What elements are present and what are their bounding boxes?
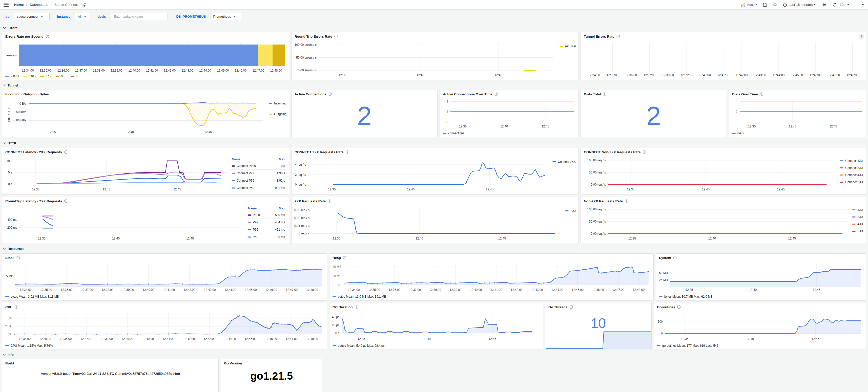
legend-item[interactable]: bytes Mean: 13.0 MB Max: 39.1 MB (333, 295, 386, 298)
panel-title[interactable]: Dials Over Time (732, 92, 758, 96)
section-resources[interactable]: Resources (3, 246, 24, 251)
legend-col-name[interactable]: Name (246, 206, 268, 211)
legend-col-max[interactable]: Max (268, 157, 286, 162)
info-icon[interactable] (355, 305, 358, 309)
legend-row[interactable]: Connect P994.90 s (230, 170, 286, 177)
legend-table: NameMaxP100500 msP99484 msP95421 msP5018… (246, 206, 286, 240)
legend-row[interactable]: Connect P953.92 s (230, 177, 286, 184)
legend-row[interactable]: P99484 ms (246, 219, 286, 226)
info-icon[interactable] (760, 92, 764, 96)
info-icon[interactable] (343, 256, 346, 259)
legend-item[interactable]: 3XX (852, 215, 863, 219)
legend-item[interactable]: Connect 1XX (840, 159, 863, 163)
info-icon[interactable] (334, 35, 338, 38)
panel-title[interactable]: Non-2XX Requests Rate (584, 199, 623, 203)
legend-item[interactable]: 1XX (852, 208, 863, 212)
legend-item[interactable]: 2XX (565, 209, 576, 213)
panel-title[interactable]: CONNECT 2XX Requests Rate (294, 150, 344, 154)
panel-title[interactable]: Heap (333, 256, 341, 260)
info-icon[interactable] (64, 150, 68, 154)
legend-item[interactable]: goroutines Mean: 177 Max: 619 Last: 545 (657, 344, 718, 348)
panel-menu-icon[interactable]: ⋮ (859, 34, 864, 39)
legend-item[interactable]: 1+ (71, 75, 80, 78)
legend-item[interactable]: 4XX (852, 222, 863, 226)
section-tunnel[interactable]: Tunnel (3, 83, 18, 88)
info-icon[interactable] (625, 199, 628, 203)
info-icon[interactable] (15, 305, 18, 309)
panel-title[interactable]: RoundTrip Latency - 2XX Requests (5, 199, 62, 203)
refresh-button[interactable] (833, 3, 837, 7)
info-icon[interactable] (17, 256, 20, 259)
panel-title[interactable]: Tunnel Errors Rate (584, 35, 614, 38)
legend-item[interactable]: Connect 3XX (840, 166, 863, 170)
var-labels-input[interactable] (113, 14, 165, 19)
info-icon[interactable] (677, 305, 681, 309)
legend-item[interactable]: CPU Mean: 1.15% Max: 5.76% (5, 344, 53, 348)
panel-title[interactable]: CONNECT Non-2XX Requests Rate (584, 150, 641, 154)
info-icon[interactable] (45, 35, 49, 38)
legend-item[interactable]: 0.1+ (40, 75, 52, 78)
breadcrumb-home[interactable]: Home (14, 3, 24, 7)
info-icon[interactable] (494, 92, 498, 96)
legend-item[interactable]: bytes Mean: 30.7 MB Max: 62.0 MB (659, 295, 713, 298)
legend-item[interactable]: dials (732, 132, 744, 135)
var-instance-select[interactable]: All (75, 13, 89, 20)
legend-item[interactable]: 0.5+ (56, 75, 67, 78)
section-info[interactable]: Info (3, 352, 14, 357)
info-icon[interactable] (673, 256, 677, 259)
legend-item[interactable]: bytes Mean: 3.02 MB Max: 8.13 MB (5, 295, 59, 298)
info-icon[interactable] (328, 199, 331, 203)
legend-item[interactable]: Connect 4XX (840, 173, 863, 177)
time-range-picker[interactable]: Last 15 minutes (783, 3, 816, 7)
panel-title[interactable]: Round Trip Errors Rate (294, 35, 332, 38)
info-icon[interactable] (346, 150, 349, 154)
legend-item[interactable]: < 0.01 (5, 75, 19, 78)
dashboard-settings-button[interactable]: ⚙ (773, 2, 777, 7)
legend-col-max[interactable]: Max (268, 206, 286, 211)
legend-item[interactable]: net_dial (560, 44, 576, 48)
var-job-select[interactable]: sauce-connect (14, 13, 50, 20)
section-errors[interactable]: Errors (3, 25, 18, 30)
panel-title[interactable]: 2XX Requests Rate (294, 199, 326, 203)
panel-non2xx-requests-rate: Non-2XX Requests Rate 12:3512:4012:450.0… (581, 197, 866, 244)
y-tick-label: 10 s (6, 159, 12, 163)
legend-row[interactable]: Connect P50901 ms (230, 184, 286, 192)
save-dashboard-button[interactable] (763, 3, 767, 7)
panel-title[interactable]: Active Connections Over Time (443, 92, 492, 96)
legend-row[interactable]: Connect P10010 s (230, 162, 286, 170)
panel-title[interactable]: System (659, 256, 671, 260)
legend-row[interactable]: P50189 ms (246, 233, 286, 241)
collapse-header-button[interactable] (861, 4, 864, 6)
zoom-out-button[interactable] (823, 3, 827, 7)
hamburger-menu-icon[interactable] (4, 3, 9, 7)
legend-item[interactable]: 5XX (852, 229, 863, 233)
panel-title[interactable]: Goroutines (657, 305, 675, 309)
panel-title[interactable]: Incoming / Outgoing Bytes (5, 92, 49, 96)
panel-title[interactable]: Errors Rate per Second (5, 35, 43, 38)
legend-item[interactable]: Incoming (269, 102, 286, 105)
legend-row[interactable]: P95421 ms (246, 226, 286, 233)
refresh-interval-picker[interactable]: 30s (840, 3, 849, 7)
info-icon[interactable] (616, 35, 620, 38)
legend-item[interactable]: Connect 5XX (840, 180, 863, 184)
legend-item[interactable]: Connect 2XX (552, 160, 576, 164)
breadcrumb-dashboards[interactable]: Dashboards (30, 3, 48, 7)
info-icon[interactable] (64, 199, 68, 203)
panel-title[interactable]: Stack (5, 256, 14, 260)
panel-title[interactable]: CPU (5, 305, 13, 309)
panel-tunnel-errors-rate: Tunnel Errors Rate ⋮ 12:34:0012:35:0012:… (581, 32, 866, 80)
section-http[interactable]: HTTP (3, 141, 16, 146)
add-button[interactable]: Add (741, 3, 757, 7)
var-datasource-select[interactable]: Prometheus (211, 13, 241, 20)
panel-title[interactable]: GC Duration (333, 305, 353, 309)
chart-legend: 1XX3XX4XX5XX (852, 208, 863, 233)
legend-item[interactable]: 0.01+ (23, 75, 36, 78)
legend-item[interactable]: pause Mean: 5.40 µs Max: 98.4 µs (333, 344, 385, 348)
legend-item[interactable]: connections (443, 132, 464, 135)
legend-col-name[interactable]: Name (230, 157, 268, 162)
legend-row[interactable]: P100500 ms (246, 211, 286, 219)
info-icon[interactable] (643, 150, 646, 154)
legend-item[interactable]: Outgoing (269, 112, 286, 116)
share-icon[interactable] (82, 3, 86, 7)
panel-title[interactable]: CONNECT Latency - 2XX Requests (5, 150, 62, 154)
